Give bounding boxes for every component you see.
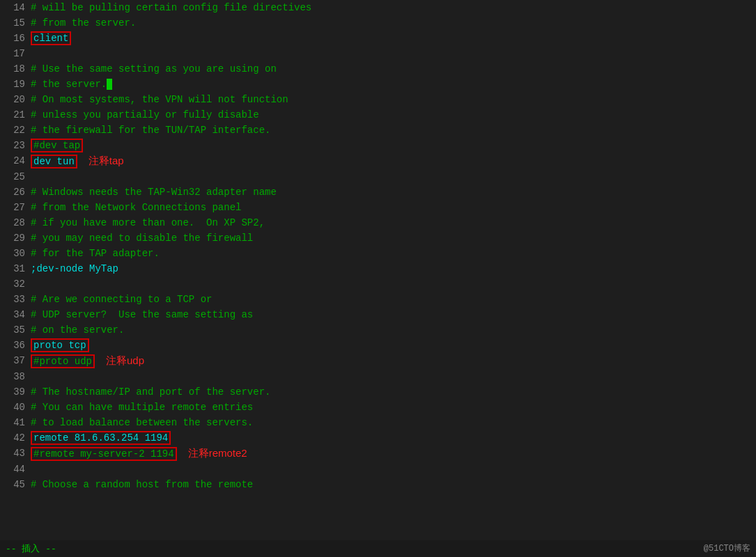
code-line: 26# Windows needs the TAP-Win32 adapter …	[0, 185, 756, 200]
comment-text: # Use the same setting as you are using …	[31, 63, 277, 74]
code-line: 15# from the server.	[0, 15, 756, 31]
code-area: 14# will be pulling certain config file …	[0, 0, 756, 492]
line-number: 35	[3, 322, 25, 338]
line-number: 17	[3, 46, 25, 61]
line-number: 30	[3, 246, 25, 261]
line-number: 33	[3, 292, 25, 307]
comment-text: # on the server.	[31, 324, 124, 336]
line-content: # from the server.	[31, 15, 753, 31]
line-content: #remote my-server-2 1194注释remote2	[31, 446, 753, 462]
code-line: 44	[0, 462, 756, 477]
line-number: 42	[3, 430, 25, 446]
code-line: 33# Are we connecting to a TCP or	[0, 292, 756, 307]
line-number: 45	[3, 477, 25, 492]
line-number: 40	[3, 400, 25, 415]
line-number: 16	[3, 31, 25, 46]
comment-text: # from the Network Connections panel	[31, 202, 241, 213]
code-line: 45# Choose a random host from the remote	[0, 477, 756, 492]
line-content: # Choose a random host from the remote	[31, 477, 753, 492]
comment-text: # for the TAP adapter.	[31, 248, 160, 259]
code-line: 42remote 81.6.63.254 1194	[0, 430, 756, 446]
highlighted-comment: #proto udp	[31, 354, 95, 368]
code-line: 31;dev-node MyTap	[0, 261, 756, 276]
code-line: 21# unless you partially or fully disabl…	[0, 107, 756, 123]
line-content: # Are we connecting to a TCP or	[31, 292, 753, 307]
status-bar: -- 插入 -- @51CTO博客	[0, 540, 756, 557]
editor-container: 14# will be pulling certain config file …	[0, 0, 756, 557]
code-line: 29# you may need to disable the firewall	[0, 230, 756, 246]
comment-text: # Are we connecting to a TCP or	[31, 294, 212, 305]
line-number: 14	[3, 0, 25, 15]
comment-text: # The hostname/IP and port of the server…	[31, 386, 270, 398]
line-content: # you may need to disable the firewall	[31, 230, 753, 246]
line-number: 43	[3, 446, 25, 461]
line-content: # to load balance between the servers.	[31, 415, 753, 430]
line-number: 21	[3, 107, 25, 123]
line-content: #dev tap	[31, 138, 753, 153]
highlighted-code: client	[31, 31, 71, 45]
line-content: # for the TAP adapter.	[31, 246, 753, 261]
line-content: # UDP server? Use the same setting as	[31, 307, 753, 322]
line-number: 25	[3, 169, 25, 185]
code-line: 24dev tun注释tap	[0, 153, 756, 169]
line-number: 34	[3, 307, 25, 322]
line-number: 27	[3, 200, 25, 215]
code-line: 36proto tcp	[0, 338, 756, 353]
code-line: 30# for the TAP adapter.	[0, 246, 756, 261]
code-line: 39# The hostname/IP and port of the serv…	[0, 384, 756, 400]
annotation-label: 注释udp	[106, 354, 144, 366]
line-content: # the server.	[31, 77, 753, 92]
line-content: # You can have multiple remote entries	[31, 400, 753, 415]
line-number: 41	[3, 415, 25, 430]
annotation-label: 注释tap	[88, 155, 124, 166]
code-line: 23#dev tap	[0, 138, 756, 153]
code-line: 19# the server.	[0, 77, 756, 92]
code-line: 34# UDP server? Use the same setting as	[0, 307, 756, 322]
line-content: ;dev-node MyTap	[31, 261, 753, 276]
line-content: # will be pulling certain config file di…	[31, 0, 753, 15]
comment-text: # On most systems, the VPN will not func…	[31, 94, 288, 105]
comment-text: # to load balance between the servers.	[31, 417, 253, 428]
line-content: # on the server.	[31, 322, 753, 338]
line-number: 39	[3, 384, 25, 400]
line-number: 44	[3, 462, 25, 477]
line-number: 28	[3, 215, 25, 230]
line-content: dev tun注释tap	[31, 153, 753, 169]
line-content: # Windows needs the TAP-Win32 adapter na…	[31, 185, 753, 200]
line-number: 26	[3, 185, 25, 200]
line-number: 18	[3, 61, 25, 77]
code-line: 20# On most systems, the VPN will not fu…	[0, 92, 756, 107]
line-content: # unless you partially or fully disable	[31, 107, 753, 123]
code-line: 17	[0, 46, 756, 61]
code-line: 25	[0, 169, 756, 185]
code-line: 40# You can have multiple remote entries	[0, 400, 756, 415]
line-number: 37	[3, 353, 25, 368]
code-line: 18# Use the same setting as you are usin…	[0, 61, 756, 77]
line-number: 22	[3, 123, 25, 138]
line-number: 32	[3, 276, 25, 292]
comment-text: # from the server.	[31, 17, 136, 29]
code-line: 32	[0, 276, 756, 292]
code-line: 14# will be pulling certain config file …	[0, 0, 756, 15]
line-content: # the firewall for the TUN/TAP interface…	[31, 123, 753, 138]
line-number: 19	[3, 77, 25, 92]
code-line: 41# to load balance between the servers.	[0, 415, 756, 430]
code-line: 38	[0, 369, 756, 384]
line-number: 38	[3, 369, 25, 384]
code-line: 35# on the server.	[0, 322, 756, 338]
comment-text: # Choose a random host from the remote	[31, 479, 253, 490]
line-content: #proto udp注释udp	[31, 353, 753, 369]
line-content: remote 81.6.63.254 1194	[31, 430, 753, 446]
comment-text: # will be pulling certain config file di…	[31, 2, 311, 13]
insert-mode-label: -- 插入 --	[6, 542, 56, 555]
code-line: 37#proto udp注释udp	[0, 353, 756, 369]
line-content: # from the Network Connections panel	[31, 200, 753, 215]
comment-text: # the server.	[31, 79, 112, 90]
comment-text: # Windows needs the TAP-Win32 adapter na…	[31, 187, 277, 198]
comment-text: # You can have multiple remote entries	[31, 402, 253, 413]
line-number: 20	[3, 92, 25, 107]
code-line: 27# from the Network Connections panel	[0, 200, 756, 215]
line-number: 31	[3, 261, 25, 276]
code-line: 43#remote my-server-2 1194注释remote2	[0, 446, 756, 462]
code-line: 28# if you have more than one. On XP SP2…	[0, 215, 756, 230]
